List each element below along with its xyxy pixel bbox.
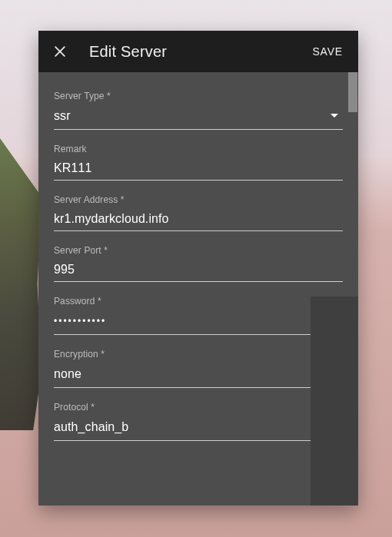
edit-server-dialog: Edit Server SAVE Server Type * ssr Remar…	[38, 31, 358, 506]
field-protocol: Protocol * auth_chain_b	[54, 402, 343, 441]
field-server-port: Server Port *	[54, 245, 343, 282]
body-shadow	[311, 297, 358, 506]
field-server-type: Server Type * ssr	[54, 91, 343, 130]
dialog-body: Server Type * ssr Remark Server Address …	[38, 72, 358, 506]
dialog-titlebar: Edit Server SAVE	[38, 31, 358, 72]
field-password: Password * •••••••••••	[54, 296, 343, 335]
protocol-value: auth_chain_b	[54, 420, 326, 434]
server-port-input[interactable]	[54, 263, 343, 277]
close-icon[interactable]	[51, 42, 69, 61]
field-label: Encryption *	[54, 349, 343, 360]
server-address-input[interactable]	[54, 212, 343, 226]
password-input[interactable]: •••••••••••	[54, 316, 326, 327]
encryption-value: none	[54, 367, 326, 381]
dialog-title: Edit Server	[89, 43, 309, 61]
scrollbar-thumb[interactable]	[348, 72, 357, 112]
field-label: Protocol *	[54, 402, 343, 413]
server-type-select[interactable]: ssr	[54, 108, 343, 130]
field-encryption: Encryption * none	[54, 349, 343, 388]
field-remark: Remark	[54, 144, 343, 181]
protocol-select[interactable]: auth_chain_b	[54, 419, 343, 441]
field-label: Server Address *	[54, 194, 343, 205]
field-label: Remark	[54, 144, 343, 154]
encryption-select[interactable]: none	[54, 366, 343, 388]
field-label: Server Port *	[54, 245, 343, 256]
remark-input[interactable]	[54, 161, 343, 175]
server-type-value: ssr	[54, 109, 326, 123]
chevron-down-icon	[326, 108, 343, 124]
field-server-address: Server Address *	[54, 194, 343, 231]
field-label: Password *	[54, 296, 343, 307]
save-button[interactable]: SAVE	[309, 39, 346, 64]
field-label: Server Type *	[54, 91, 343, 101]
